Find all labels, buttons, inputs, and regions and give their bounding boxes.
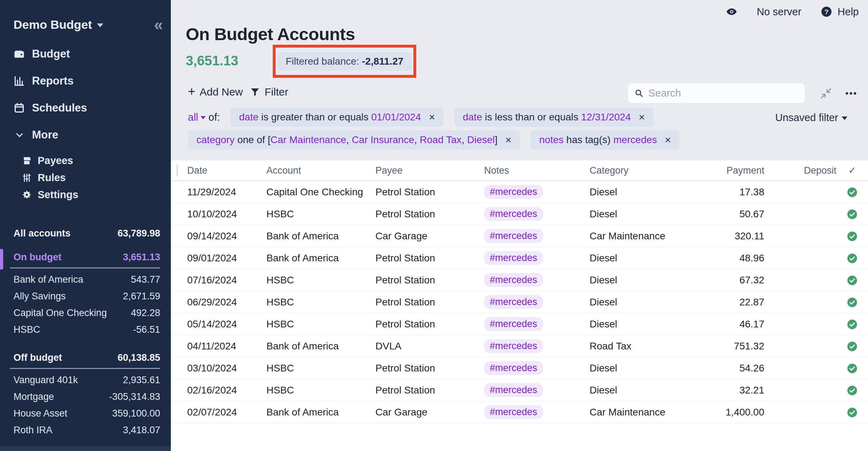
filter-match-selector[interactable]: all	[188, 112, 206, 123]
table-row[interactable]: 06/29/2024HSBCPetrol Station#mercedesDie…	[171, 291, 868, 313]
note-tag[interactable]: #mercedes	[484, 229, 543, 243]
sidebar-item-schedules[interactable]: Schedules	[0, 99, 171, 117]
remove-filter-icon[interactable]: ×	[505, 134, 512, 146]
collapse-sidebar-icon[interactable]: «	[154, 16, 162, 33]
note-tag[interactable]: #mercedes	[484, 251, 543, 265]
remove-filter-icon[interactable]: ×	[429, 111, 435, 123]
table-row[interactable]: 04/11/2024Bank of AmericaDVLA#mercedesRo…	[171, 335, 868, 357]
sidebar-item-budget[interactable]: Budget	[0, 45, 171, 63]
cleared-icon[interactable]	[847, 209, 858, 220]
table-row[interactable]: 02/07/2024Bank of AmericaCar Garage#merc…	[171, 401, 868, 423]
cleared-icon[interactable]	[847, 319, 858, 330]
sidebar-account-mortgage[interactable]: Mortgage-305,314.83	[0, 388, 171, 405]
budget-switcher[interactable]: Demo Budget «	[13, 16, 162, 33]
sidebar-account-roth-ira[interactable]: Roth IRA3,418.07	[0, 422, 171, 439]
account-value: 2,671.59	[123, 291, 160, 302]
sidebar-account-bank-of-america[interactable]: Bank of America543.77	[0, 271, 171, 288]
table-row[interactable]: 09/14/2024Bank of AmericaCar Garage#merc…	[171, 225, 868, 247]
note-tag[interactable]: #mercedes	[484, 273, 543, 287]
cell-payment: 50.67	[671, 208, 764, 220]
table-row[interactable]: 10/10/2024HSBCPetrol Station#mercedesDie…	[171, 203, 868, 225]
note-tag[interactable]: #mercedes	[484, 317, 543, 331]
sidebar-item-on-budget[interactable]: On budget3,651.13	[10, 248, 160, 268]
cleared-icon[interactable]	[847, 363, 858, 374]
sidebar-account-vanguard-401k[interactable]: Vanguard 401k2,935.61	[0, 372, 171, 388]
search-input[interactable]	[649, 87, 798, 99]
note-tag[interactable]: #mercedes	[484, 383, 543, 397]
filter-chip[interactable]: date is greater than or equals 01/01/202…	[230, 108, 444, 127]
account-balance[interactable]: 3,651.13	[186, 53, 238, 69]
column-header-payment[interactable]: Payment	[671, 165, 764, 176]
select-all-checkbox[interactable]	[177, 164, 178, 176]
sidebar: Demo Budget « BudgetReportsSchedulesMore…	[0, 0, 171, 451]
column-header-payee[interactable]: Payee	[375, 165, 484, 176]
privacy-eye-icon[interactable]	[726, 6, 738, 18]
column-header-deposit[interactable]: Deposit	[764, 165, 836, 176]
cleared-column-icon[interactable]	[848, 165, 856, 176]
help-icon[interactable]: ?	[820, 6, 832, 18]
table-row[interactable]: 03/10/2024HSBCPetrol Station#mercedesDie…	[171, 357, 868, 379]
more-options-icon[interactable]	[845, 87, 857, 99]
group-value: 3,651.13	[123, 252, 160, 263]
table-row[interactable]: 11/29/2024Capital One CheckingPetrol Sta…	[171, 181, 868, 203]
column-header-category[interactable]: Category	[590, 165, 671, 176]
collapse-rows-icon[interactable]	[820, 87, 832, 99]
cleared-icon[interactable]	[847, 341, 858, 352]
sidebar-item-all-accounts[interactable]: All accounts 63,789.98	[0, 224, 171, 243]
filtered-balance-pill[interactable]: Filtered balance: -2,811.27	[277, 52, 412, 71]
sidebar-item-more[interactable]: More	[0, 126, 171, 144]
cleared-icon[interactable]	[847, 275, 858, 286]
unsaved-filter-label: Unsaved filter	[775, 112, 838, 124]
note-tag[interactable]: #mercedes	[484, 361, 543, 375]
cell-category: Diesel	[590, 252, 671, 264]
note-tag[interactable]: #mercedes	[484, 185, 543, 199]
cell-date: 05/14/2024	[187, 319, 266, 330]
column-header-account[interactable]: Account	[266, 165, 375, 176]
cleared-icon[interactable]	[847, 253, 858, 264]
chip-accent-text: date	[463, 112, 482, 123]
sidebar-item-payees[interactable]: Payees	[0, 153, 171, 168]
cell-notes: #mercedes	[484, 295, 590, 309]
sidebar-item-settings[interactable]: Settings	[0, 187, 171, 202]
cleared-icon[interactable]	[847, 187, 858, 198]
filter-chip[interactable]: date is less than or equals 12/31/2024×	[454, 108, 653, 127]
column-header-notes[interactable]: Notes	[484, 165, 590, 176]
sidebar-account-hsbc[interactable]: HSBC-56.51	[0, 321, 171, 338]
sidebar-account-capital-one-checking[interactable]: Capital One Checking492.28	[0, 305, 171, 321]
unsaved-filter-menu[interactable]: Unsaved filter	[775, 112, 847, 124]
calendar-icon	[13, 102, 25, 114]
sidebar-item-label: Payees	[38, 155, 73, 167]
note-tag[interactable]: #mercedes	[484, 295, 543, 309]
help-label[interactable]: Help	[837, 6, 859, 18]
sidebar-item-off-budget[interactable]: Off budget60,138.85	[10, 349, 160, 369]
remove-filter-icon[interactable]: ×	[639, 111, 645, 123]
sidebar-item-rules[interactable]: Rules	[0, 170, 171, 185]
note-tag[interactable]: #mercedes	[484, 339, 543, 353]
table-row[interactable]: 09/01/2024Bank of AmericaPetrol Station#…	[171, 247, 868, 269]
remove-filter-icon[interactable]: ×	[665, 134, 671, 146]
group-value: 60,138.85	[118, 352, 160, 363]
note-tag[interactable]: #mercedes	[484, 207, 543, 221]
cleared-icon[interactable]	[847, 231, 858, 242]
search-box[interactable]	[628, 83, 805, 103]
cell-notes: #mercedes	[484, 251, 590, 265]
add-new-button[interactable]: + Add New	[188, 86, 243, 98]
column-header-date[interactable]: Date	[187, 165, 266, 176]
sidebar-account-house-asset[interactable]: House Asset359,100.00	[0, 405, 171, 422]
cell-date: 02/07/2024	[187, 407, 266, 418]
sidebar-item-reports[interactable]: Reports	[0, 72, 171, 90]
note-tag[interactable]: #mercedes	[484, 405, 543, 419]
cleared-icon[interactable]	[847, 297, 858, 308]
cleared-icon[interactable]	[847, 407, 858, 418]
filter-button[interactable]: Filter	[250, 86, 288, 98]
table-row[interactable]: 05/14/2024HSBCPetrol Station#mercedesDie…	[171, 313, 868, 335]
table-row[interactable]: 07/16/2024HSBCPetrol Station#mercedesDie…	[171, 269, 868, 291]
filter-chip[interactable]: category one of [Car Maintenance, Car In…	[188, 130, 520, 150]
cleared-icon[interactable]	[847, 385, 858, 396]
chip-accent-text: Car Insurance	[352, 134, 414, 146]
chip-text: is less than or equals	[482, 112, 581, 123]
server-status[interactable]: No server	[757, 6, 802, 18]
filter-chip[interactable]: notes has tag(s) mercedes×	[531, 130, 679, 150]
sidebar-account-ally-savings[interactable]: Ally Savings2,671.59	[0, 288, 171, 305]
table-row[interactable]: 02/16/2024HSBCPetrol Station#mercedesDie…	[171, 379, 868, 401]
